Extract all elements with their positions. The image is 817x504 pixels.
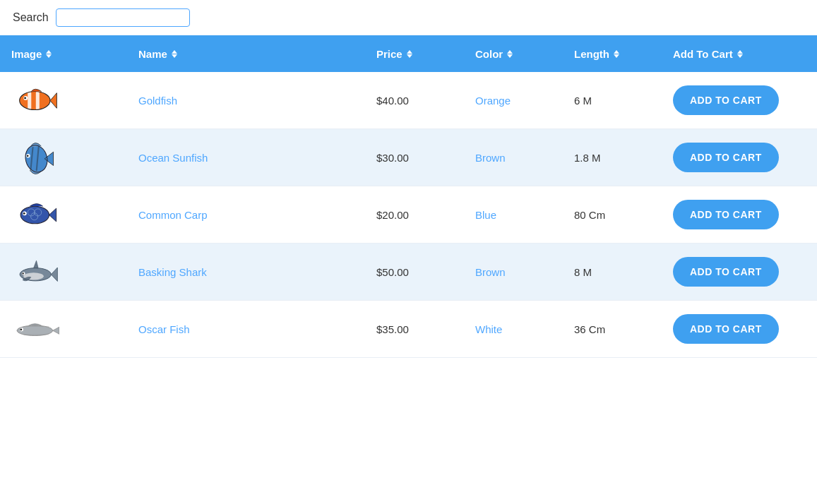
fish-length: 1.8 M [574, 152, 601, 164]
fish-image [11, 308, 61, 350]
fish-price: $40.00 [376, 95, 409, 107]
svg-point-27 [22, 272, 23, 274]
fish-length-cell: 8 M [563, 259, 662, 285]
fish-cart-cell: ADD TO CART [662, 307, 817, 351]
svg-marker-18 [49, 208, 56, 222]
fish-image-cell [0, 72, 127, 128]
fish-color-cell: Orange [464, 88, 563, 114]
fish-image-cell [0, 129, 127, 186]
fish-price-cell: $20.00 [365, 202, 464, 228]
col-image-label: Image [11, 48, 42, 60]
fish-price: $20.00 [376, 209, 409, 221]
fish-color: Brown [475, 266, 506, 278]
fish-image [11, 136, 61, 179]
fish-color: White [475, 323, 502, 335]
fish-image-cell [0, 244, 127, 300]
fish-length-cell: 80 Cm [563, 202, 662, 228]
fish-color-cell: White [464, 316, 563, 342]
fish-name-cell: Common Carp [127, 202, 365, 228]
svg-marker-4 [50, 92, 56, 108]
fish-length-cell: 6 M [563, 88, 662, 114]
sort-up-icon [172, 50, 177, 54]
svg-marker-23 [33, 260, 38, 268]
fish-price-cell: $50.00 [365, 259, 464, 285]
add-to-cart-button[interactable]: ADD TO CART [673, 314, 779, 344]
fish-price: $50.00 [376, 266, 409, 278]
fish-name-cell: Ocean Sunfish [127, 145, 365, 171]
svg-point-20 [23, 212, 25, 214]
table-row: Goldfish $40.00 Orange 6 M ADD TO CART [0, 72, 817, 129]
fish-length-cell: 1.8 M [563, 145, 662, 171]
search-input[interactable] [56, 8, 190, 27]
fish-length: 6 M [574, 95, 592, 107]
fish-cart-cell: ADD TO CART [662, 250, 817, 294]
add-to-cart-button[interactable]: ADD TO CART [673, 200, 779, 229]
fish-image [11, 193, 61, 236]
sort-up-icon [46, 50, 52, 54]
fish-image-cell [0, 301, 127, 357]
svg-rect-1 [28, 91, 31, 109]
svg-rect-2 [35, 91, 39, 109]
fish-name: Goldfish [138, 95, 177, 107]
sort-arrows-image [46, 50, 52, 58]
fish-color-cell: Blue [464, 202, 563, 228]
svg-point-6 [24, 97, 26, 99]
fish-color: Orange [475, 95, 511, 107]
fish-name: Common Carp [138, 209, 208, 221]
fish-price: $30.00 [376, 152, 409, 164]
sort-arrows-color [507, 50, 513, 58]
sort-arrows-name [172, 50, 177, 58]
col-header-name[interactable]: Name [127, 38, 365, 70]
col-name-label: Name [138, 48, 167, 60]
add-to-cart-button[interactable]: ADD TO CART [673, 85, 779, 115]
col-header-price[interactable]: Price [365, 38, 464, 70]
svg-point-34 [20, 328, 22, 330]
fish-color-cell: Brown [464, 145, 563, 171]
fish-image-cell [0, 186, 127, 243]
fish-length: 80 Cm [574, 209, 605, 221]
sort-arrows-price [407, 50, 412, 58]
sort-up-icon [407, 50, 412, 54]
search-label: Search [13, 11, 49, 24]
sort-down-icon [172, 54, 177, 58]
svg-marker-30 [52, 327, 59, 334]
sort-down-icon [614, 54, 619, 58]
fish-length: 8 M [574, 266, 592, 278]
sort-up-icon [614, 50, 619, 54]
fish-name-cell: Basking Shark [127, 259, 365, 285]
sort-down-icon [46, 54, 52, 58]
table-row: Oscar Fish $35.00 White 36 Cm ADD TO CAR… [0, 301, 817, 358]
table-row: Ocean Sunfish $30.00 Brown 1.8 M ADD TO … [0, 129, 817, 186]
fish-image [11, 251, 61, 293]
col-price-label: Price [376, 48, 402, 60]
col-header-cart[interactable]: Add To Cart [662, 38, 817, 70]
fish-cart-cell: ADD TO CART [662, 78, 817, 122]
fish-cart-cell: ADD TO CART [662, 136, 817, 179]
sort-arrows-length [614, 50, 619, 58]
col-header-length[interactable]: Length [563, 38, 662, 70]
add-to-cart-button[interactable]: ADD TO CART [673, 257, 779, 287]
sort-arrows-cart [737, 50, 743, 58]
col-length-label: Length [574, 48, 609, 60]
fish-price-cell: $35.00 [365, 316, 464, 342]
fish-price: $35.00 [376, 323, 409, 335]
sort-down-icon [407, 54, 412, 58]
fish-color: Brown [475, 152, 506, 164]
fish-name: Oscar Fish [138, 323, 190, 335]
sort-up-icon [507, 50, 513, 54]
sort-up-icon [737, 50, 743, 54]
fish-color-cell: Brown [464, 259, 563, 285]
fish-length-cell: 36 Cm [563, 316, 662, 342]
fish-name-cell: Oscar Fish [127, 316, 365, 342]
table-row: Common Carp $20.00 Blue 80 Cm ADD TO CAR… [0, 186, 817, 244]
fish-color: Blue [475, 209, 496, 221]
col-header-color[interactable]: Color [464, 38, 563, 70]
table-body: Goldfish $40.00 Orange 6 M ADD TO CART [0, 72, 817, 358]
col-header-image[interactable]: Image [0, 38, 127, 70]
svg-point-12 [26, 155, 28, 157]
svg-marker-24 [51, 268, 57, 282]
add-to-cart-button[interactable]: ADD TO CART [673, 143, 779, 172]
fish-name: Basking Shark [138, 266, 207, 278]
sort-down-icon [507, 54, 513, 58]
table-header: Image Name Price Color [0, 35, 817, 72]
